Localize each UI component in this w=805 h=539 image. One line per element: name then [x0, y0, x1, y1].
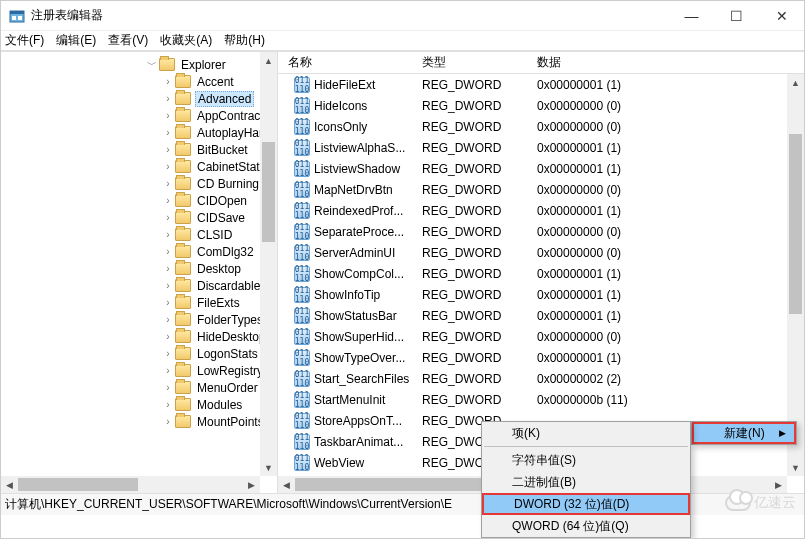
expander-icon[interactable]: ›: [161, 178, 175, 189]
expander-icon[interactable]: ›: [161, 297, 175, 308]
tree-item[interactable]: ›ComDlg32: [1, 243, 277, 260]
folder-icon: [175, 330, 191, 343]
expander-icon[interactable]: ›: [161, 195, 175, 206]
submenu-dword[interactable]: DWORD (32 位)值(D): [482, 493, 690, 515]
tree-item[interactable]: ›LowRegistry: [1, 362, 277, 379]
expander-icon[interactable]: ﹀: [145, 58, 159, 72]
context-menu-new[interactable]: 新建(N) ▶: [692, 422, 796, 444]
submenu-qword[interactable]: QWORD (64 位)值(Q): [482, 515, 690, 537]
tree-item[interactable]: ›CIDOpen: [1, 192, 277, 209]
list-row[interactable]: 011110ListviewAlphaS...REG_DWORD0x000000…: [278, 137, 804, 158]
list-row[interactable]: 011110HideFileExtREG_DWORD0x00000001 (1): [278, 74, 804, 95]
tree-item[interactable]: ›MountPoints2: [1, 413, 277, 430]
expander-icon[interactable]: ›: [161, 314, 175, 325]
expander-icon[interactable]: ›: [161, 263, 175, 274]
expander-icon[interactable]: ›: [161, 365, 175, 376]
scroll-right-icon[interactable]: ▶: [243, 476, 260, 493]
tree-horizontal-scrollbar[interactable]: ◀ ▶: [1, 476, 260, 493]
tree-item[interactable]: ›AppContract: [1, 107, 277, 124]
list-row[interactable]: 011110ShowInfoTipREG_DWORD0x00000001 (1): [278, 284, 804, 305]
list-row[interactable]: 011110ShowCompCol...REG_DWORD0x00000001 …: [278, 263, 804, 284]
tree-item[interactable]: ›CIDSave: [1, 209, 277, 226]
tree-item[interactable]: ›Accent: [1, 73, 277, 90]
tree-item[interactable]: ›FolderTypes: [1, 311, 277, 328]
tree-item[interactable]: ›LogonStats: [1, 345, 277, 362]
expander-icon[interactable]: ›: [161, 348, 175, 359]
tree-item[interactable]: ›CD Burning: [1, 175, 277, 192]
value-name: Start_SearchFiles: [314, 372, 409, 386]
list-row[interactable]: 011110ShowTypeOver...REG_DWORD0x00000001…: [278, 347, 804, 368]
expander-icon[interactable]: ›: [161, 93, 175, 104]
tree-item[interactable]: ›MenuOrder: [1, 379, 277, 396]
menubar: 文件(F) 编辑(E) 查看(V) 收藏夹(A) 帮助(H): [1, 31, 804, 51]
scrollbar-thumb[interactable]: [18, 478, 138, 491]
folder-icon: [175, 143, 191, 156]
column-type-header[interactable]: 类型: [418, 54, 533, 71]
expander-icon[interactable]: ›: [161, 399, 175, 410]
expander-icon[interactable]: ›: [161, 280, 175, 291]
scroll-left-icon[interactable]: ◀: [1, 476, 18, 493]
list-row[interactable]: 011110ServerAdminUIREG_DWORD0x00000000 (…: [278, 242, 804, 263]
tree-item[interactable]: ›Discardable: [1, 277, 277, 294]
list-row[interactable]: 011110ShowSuperHid...REG_DWORD0x00000000…: [278, 326, 804, 347]
submenu-key[interactable]: 项(K): [482, 422, 690, 444]
list-row[interactable]: 011110ReindexedProf...REG_DWORD0x0000000…: [278, 200, 804, 221]
tree-item[interactable]: ›Advanced: [1, 90, 277, 107]
scrollbar-thumb[interactable]: [295, 478, 495, 491]
column-data-header[interactable]: 数据: [533, 54, 804, 71]
list-row[interactable]: 011110SeparateProce...REG_DWORD0x0000000…: [278, 221, 804, 242]
tree-item[interactable]: ›HideDesktopI: [1, 328, 277, 345]
list-row[interactable]: 011110StartMenuInitREG_DWORD0x0000000b (…: [278, 389, 804, 410]
expander-icon[interactable]: ›: [161, 382, 175, 393]
tree-item[interactable]: ›CLSID: [1, 226, 277, 243]
menu-edit[interactable]: 编辑(E): [56, 32, 96, 49]
tree-label: Accent: [195, 75, 236, 89]
tree-item[interactable]: ›Desktop: [1, 260, 277, 277]
scroll-right-icon[interactable]: ▶: [770, 476, 787, 493]
expander-icon[interactable]: ›: [161, 229, 175, 240]
maximize-button[interactable]: ☐: [714, 1, 759, 30]
list-row[interactable]: 011110MapNetDrvBtnREG_DWORD0x00000000 (0…: [278, 179, 804, 200]
reg-dword-icon: 011110: [294, 350, 310, 366]
list-row[interactable]: 011110Start_SearchFilesREG_DWORD0x000000…: [278, 368, 804, 389]
expander-icon[interactable]: ›: [161, 110, 175, 121]
scroll-up-icon[interactable]: ▲: [260, 52, 277, 69]
scroll-left-icon[interactable]: ◀: [278, 476, 295, 493]
tree-item[interactable]: ›Modules: [1, 396, 277, 413]
expander-icon[interactable]: ›: [161, 127, 175, 138]
scroll-up-icon[interactable]: ▲: [787, 74, 804, 91]
column-name-header[interactable]: 名称: [278, 54, 418, 71]
tree-vertical-scrollbar[interactable]: ▲ ▼: [260, 52, 277, 476]
scrollbar-thumb[interactable]: [262, 142, 275, 242]
menu-help[interactable]: 帮助(H): [224, 32, 265, 49]
list-vertical-scrollbar[interactable]: ▲ ▼: [787, 74, 804, 476]
tree-item[interactable]: ›FileExts: [1, 294, 277, 311]
value-data: 0x00000001 (1): [533, 162, 804, 176]
tree-item[interactable]: ›AutoplayHand: [1, 124, 277, 141]
expander-icon[interactable]: ›: [161, 246, 175, 257]
tree-item-explorer[interactable]: ﹀Explorer: [1, 56, 277, 73]
list-row[interactable]: 011110ListviewShadowREG_DWORD0x00000001 …: [278, 158, 804, 179]
minimize-button[interactable]: —: [669, 1, 714, 30]
list-row[interactable]: 011110IconsOnlyREG_DWORD0x00000000 (0): [278, 116, 804, 137]
expander-icon[interactable]: ›: [161, 161, 175, 172]
value-name: ShowInfoTip: [314, 288, 380, 302]
expander-icon[interactable]: ›: [161, 331, 175, 342]
menu-file[interactable]: 文件(F): [5, 32, 44, 49]
expander-icon[interactable]: ›: [161, 212, 175, 223]
submenu-binary[interactable]: 二进制值(B): [482, 471, 690, 493]
scroll-down-icon[interactable]: ▼: [260, 459, 277, 476]
expander-icon[interactable]: ›: [161, 144, 175, 155]
tree-item[interactable]: ›CabinetState: [1, 158, 277, 175]
scroll-down-icon[interactable]: ▼: [787, 459, 804, 476]
expander-icon[interactable]: ›: [161, 76, 175, 87]
menu-view[interactable]: 查看(V): [108, 32, 148, 49]
menu-favorites[interactable]: 收藏夹(A): [160, 32, 212, 49]
scrollbar-thumb[interactable]: [789, 134, 802, 314]
list-row[interactable]: 011110HideIconsREG_DWORD0x00000000 (0): [278, 95, 804, 116]
close-button[interactable]: ✕: [759, 1, 804, 30]
list-row[interactable]: 011110ShowStatusBarREG_DWORD0x00000001 (…: [278, 305, 804, 326]
submenu-string[interactable]: 字符串值(S): [482, 449, 690, 471]
expander-icon[interactable]: ›: [161, 416, 175, 427]
tree-item[interactable]: ›BitBucket: [1, 141, 277, 158]
